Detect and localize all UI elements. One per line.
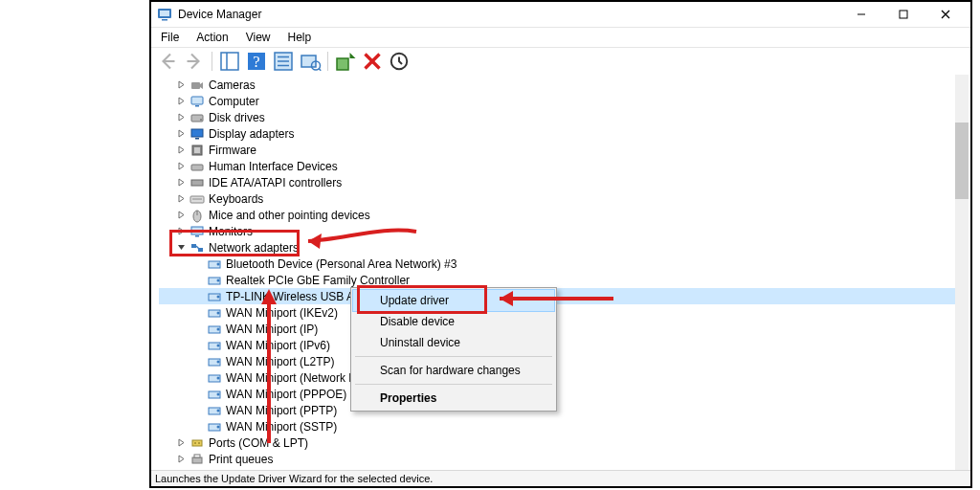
chevron-right-icon[interactable] <box>174 144 188 157</box>
svg-rect-9 <box>221 53 238 70</box>
svg-point-47 <box>217 278 220 281</box>
chevron-right-icon[interactable] <box>174 436 188 450</box>
tree-item-wan-pptp[interactable]: WAN Miniport (PPTP) <box>159 402 955 418</box>
uninstall-button[interactable] <box>360 50 385 73</box>
svg-point-59 <box>217 376 220 379</box>
chevron-right-icon[interactable] <box>174 453 188 466</box>
svg-rect-26 <box>195 105 199 107</box>
svg-rect-41 <box>191 244 196 248</box>
svg-point-51 <box>217 311 220 314</box>
svg-rect-66 <box>192 440 202 446</box>
svg-point-45 <box>217 262 220 265</box>
scan-button[interactable] <box>298 50 323 73</box>
menu-file[interactable]: File <box>159 30 181 45</box>
tree-item-computer[interactable]: Computer <box>159 93 955 109</box>
chevron-right-icon[interactable] <box>174 192 188 206</box>
chevron-right-icon[interactable] <box>174 127 188 141</box>
tree-item-keyboards[interactable]: Keyboards <box>159 190 955 207</box>
tree-item-wan-nm[interactable]: WAN Miniport (Network M <box>159 369 955 386</box>
tree-item-wan-l2tp[interactable]: WAN Miniport (L2TP) <box>159 353 955 369</box>
tree-item-print-queues[interactable]: Print queues <box>159 451 955 467</box>
app-icon <box>157 7 172 22</box>
svg-rect-33 <box>191 165 203 170</box>
tree-item-wan-ip[interactable]: WAN Miniport (IP) <box>159 321 955 337</box>
status-bar: Launches the Update Driver Wizard for th… <box>151 470 970 486</box>
svg-rect-30 <box>195 138 199 140</box>
tree-item-monitors[interactable]: Monitors <box>159 223 955 239</box>
scrollbar-thumb[interactable] <box>955 122 969 199</box>
forward-button[interactable] <box>182 50 207 73</box>
tree-item-ide[interactable]: IDE ATA/ATAPI controllers <box>159 174 955 190</box>
network-adapter-icon <box>207 338 222 353</box>
chevron-right-icon[interactable] <box>174 160 188 173</box>
tree-item-cameras[interactable]: Cameras <box>159 77 955 93</box>
svg-point-67 <box>194 442 196 444</box>
svg-point-63 <box>217 409 220 412</box>
network-adapter-icon <box>207 354 222 369</box>
vertical-scrollbar[interactable] <box>955 75 969 471</box>
tree-item-wan-pppoe[interactable]: WAN Miniport (PPPOE) <box>159 386 955 402</box>
tree-item-tplink[interactable]: TP-LINK Wireless USB Adapter <box>159 288 955 304</box>
network-adapter-icon <box>207 387 222 402</box>
tree-item-wan-ipv6[interactable]: WAN Miniport (IPv6) <box>159 337 955 353</box>
svg-rect-25 <box>191 97 203 104</box>
chevron-right-icon[interactable] <box>174 95 188 108</box>
svg-rect-69 <box>192 457 202 463</box>
ports-icon <box>189 435 205 451</box>
menu-view[interactable]: View <box>244 30 273 45</box>
update-driver-button[interactable] <box>333 50 358 73</box>
svg-rect-40 <box>195 235 199 237</box>
tree-item-bt-pan[interactable]: Bluetooth Device (Personal Area Network)… <box>159 256 955 272</box>
svg-rect-34 <box>191 180 203 186</box>
menu-disable-device[interactable]: Disable device <box>353 311 554 332</box>
toolbar-separator <box>327 52 328 71</box>
chevron-right-icon[interactable] <box>174 78 188 92</box>
tree-item-ports[interactable]: Ports (COM & LPT) <box>159 434 955 451</box>
close-button[interactable] <box>924 2 967 27</box>
tree-item-firmware[interactable]: Firmware <box>159 142 955 158</box>
tree-view[interactable]: Cameras Computer Disk drives Display ada… <box>151 75 970 471</box>
printer-icon <box>189 452 205 467</box>
svg-rect-4 <box>900 11 907 18</box>
tree-item-network-adapters[interactable]: Network adapters <box>159 239 955 256</box>
tree-item-display-adapters[interactable]: Display adapters <box>159 125 955 142</box>
tree-item-wan-ikev2[interactable]: WAN Miniport (IKEv2) <box>159 304 955 321</box>
chevron-right-icon[interactable] <box>174 209 188 222</box>
menu-separator <box>355 384 552 385</box>
menu-scan-hardware[interactable]: Scan for hardware changes <box>353 360 554 381</box>
back-button[interactable] <box>155 50 180 73</box>
tree-item-realtek[interactable]: Realtek PCIe GbE Family Controller <box>159 272 955 288</box>
title-bar[interactable]: Device Manager <box>151 2 970 28</box>
tree-item-mice[interactable]: Mice and other pointing devices <box>159 207 955 223</box>
tree-item-disk-drives[interactable]: Disk drives <box>159 109 955 125</box>
computer-icon <box>189 94 205 109</box>
menu-properties[interactable]: Properties <box>353 388 554 409</box>
minimize-button[interactable] <box>840 2 882 27</box>
network-adapter-icon <box>207 305 222 321</box>
svg-rect-39 <box>191 227 203 234</box>
chevron-right-icon[interactable] <box>174 176 188 189</box>
menu-update-driver[interactable]: Update driver <box>353 290 554 311</box>
disable-button[interactable] <box>387 50 412 73</box>
svg-point-57 <box>217 360 220 363</box>
menu-help[interactable]: Help <box>286 30 314 45</box>
svg-point-55 <box>217 344 220 346</box>
chevron-right-icon[interactable] <box>174 111 188 124</box>
menu-action[interactable]: Action <box>194 30 230 45</box>
svg-rect-24 <box>191 82 200 89</box>
network-adapter-icon <box>207 419 222 434</box>
properties-button[interactable] <box>271 50 296 73</box>
svg-rect-1 <box>160 11 169 16</box>
ide-icon <box>189 175 205 190</box>
help-button[interactable]: ? <box>244 50 269 73</box>
network-adapter-icon <box>207 256 222 272</box>
tree-item-wan-sstp[interactable]: WAN Miniport (SSTP) <box>159 418 955 434</box>
menu-uninstall-device[interactable]: Uninstall device <box>353 332 554 353</box>
chevron-down-icon[interactable] <box>174 241 188 255</box>
toolbar-separator <box>212 52 212 71</box>
maximize-button[interactable] <box>882 2 924 27</box>
tree-item-hid[interactable]: Human Interface Devices <box>159 158 955 174</box>
chevron-right-icon[interactable] <box>174 225 188 238</box>
show-hide-tree-button[interactable] <box>217 50 242 73</box>
svg-rect-29 <box>191 129 203 137</box>
